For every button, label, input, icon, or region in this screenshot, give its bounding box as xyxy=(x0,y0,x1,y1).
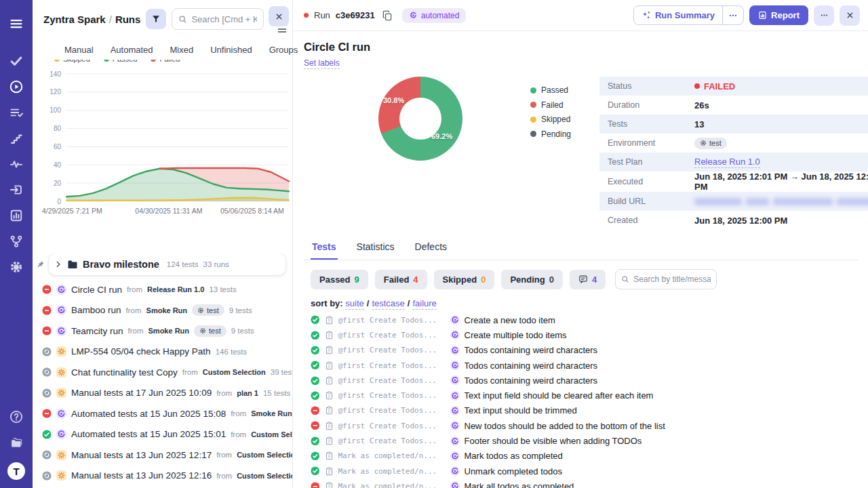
plans-list-check-icon[interactable] xyxy=(9,106,23,119)
pulse-activity-icon[interactable] xyxy=(9,157,23,171)
branch-icon[interactable] xyxy=(9,235,23,248)
more-actions-button[interactable] xyxy=(814,5,834,26)
run-list-item[interactable]: Manual tests at 13 Jun 2025 12:17 from C… xyxy=(33,445,292,466)
automated-icon xyxy=(450,466,460,476)
analytics-chart-icon[interactable] xyxy=(9,209,23,222)
sort-by-failure[interactable]: failure xyxy=(412,298,436,310)
sort-by-suite[interactable]: suite xyxy=(345,298,363,310)
breadcrumb: Zyntra Spark / Runs xyxy=(43,14,140,25)
run-summary-more-button[interactable] xyxy=(722,6,743,24)
test-suite: @first Create Todos... xyxy=(338,346,446,354)
tab-defects[interactable]: Defects xyxy=(414,241,448,260)
test-title: Text input field should be cleared after… xyxy=(465,390,654,401)
close-run-button[interactable] xyxy=(840,5,860,26)
left-tab-mixed[interactable]: Mixed xyxy=(170,45,194,55)
run-list-item[interactable]: Chat functinality test Copy from Custom … xyxy=(33,362,292,383)
chip-passed[interactable]: Passed9 xyxy=(311,270,368,289)
copy-icon[interactable] xyxy=(382,10,393,21)
run-status-icon xyxy=(42,471,52,481)
run-tests-count: 146 tests xyxy=(216,348,248,356)
test-list-item[interactable]: @first Create Todos... New todos should … xyxy=(311,418,859,433)
close-icon xyxy=(846,11,854,20)
tests-search-input[interactable] xyxy=(633,274,711,284)
test-list-item[interactable]: Mark as completed/n... Mark all todos as… xyxy=(311,479,859,488)
test-list-item[interactable]: @first Create Todos... Create multiple t… xyxy=(311,327,859,342)
test-list-item[interactable]: @first Create Todos... Text input should… xyxy=(311,403,859,418)
chip-failed[interactable]: Failed4 xyxy=(375,270,427,289)
test-list-item[interactable]: @first Create Todos... Create a new todo… xyxy=(311,312,859,327)
pending-dot-icon xyxy=(530,131,536,137)
close-panel-button[interactable] xyxy=(269,6,289,26)
run-list-item[interactable]: LMP-554 05/04 check Happy Path 146 tests xyxy=(33,342,292,363)
clipboard-icon xyxy=(325,436,334,445)
detail-label: Executed xyxy=(608,177,694,186)
chip-comments[interactable]: 4 xyxy=(570,270,606,289)
report-button[interactable]: Report xyxy=(749,5,808,25)
help-icon[interactable] xyxy=(9,410,23,424)
test-list-item[interactable]: @first Create Todos... Footer should be … xyxy=(311,433,859,448)
panel-resize-handle[interactable] xyxy=(278,28,286,33)
milestone-folder-row[interactable]: Bravo milestone 124 tests 33 runs xyxy=(49,253,285,275)
milestones-stairs-icon[interactable] xyxy=(9,131,23,145)
left-tab-automated[interactable]: Automated xyxy=(111,45,153,55)
run-list-item[interactable]: Circle CI run from Release Run 1.0 13 te… xyxy=(33,279,292,300)
svg-text:80: 80 xyxy=(54,125,62,132)
detail-row-status: StatusFAILED xyxy=(599,77,868,96)
skipped-dot-icon xyxy=(530,117,536,123)
chip-skipped[interactable]: Skipped0 xyxy=(434,270,495,289)
test-status-icon xyxy=(311,482,320,488)
test-status-icon xyxy=(311,315,320,325)
run-status-icon xyxy=(42,326,52,336)
run-list-item[interactable]: Teamcity run from Smoke Run test 9 tests xyxy=(33,321,292,342)
test-list-item[interactable]: Mark as completed/n... Mark todos as com… xyxy=(311,449,859,464)
run-from-label: from xyxy=(128,327,144,335)
left-tab-groups[interactable]: Groups xyxy=(269,45,298,55)
run-source: Custom Selection xyxy=(237,472,292,480)
run-status-icon xyxy=(42,450,52,460)
tests-check-icon[interactable] xyxy=(9,54,23,68)
filter-button[interactable] xyxy=(146,9,166,29)
detail-row-build-url: Build URL xyxy=(599,192,868,211)
test-list-item[interactable]: Mark as completed/n... Unmark completed … xyxy=(311,464,859,479)
chevron-right-icon[interactable] xyxy=(54,260,62,268)
global-search-input[interactable] xyxy=(191,14,257,24)
test-suite: @first Create Todos... xyxy=(338,406,446,415)
close-icon xyxy=(275,12,283,21)
run-summary-button[interactable]: Run Summary xyxy=(633,5,744,25)
run-list-item[interactable]: Manual tests at 13 Jun 2025 12:16 from C… xyxy=(33,466,292,487)
test-list-item[interactable]: @first Create Todos... Todos containing … xyxy=(311,358,859,373)
set-labels-link[interactable]: Set labels xyxy=(304,58,340,69)
automated-icon xyxy=(450,330,460,340)
app-logo[interactable]: T xyxy=(7,462,25,480)
left-tab-unfinished[interactable]: Unfinished xyxy=(210,45,252,55)
sort-by-testcase[interactable]: testcase xyxy=(372,298,404,310)
run-list-item[interactable]: Manual tests at 17 Jun 2025 10:09 from p… xyxy=(33,383,292,404)
test-status-icon xyxy=(311,346,320,355)
run-list-item[interactable]: Automated tests at 15 Jun 2025 15:01 fro… xyxy=(33,424,292,445)
tab-tests[interactable]: Tests xyxy=(311,241,338,260)
test-plan-link[interactable]: Release Run 1.0 xyxy=(694,157,760,168)
breadcrumb-project[interactable]: Zyntra Spark xyxy=(43,14,106,25)
left-tab-manual[interactable]: Manual xyxy=(64,45,94,55)
test-title: Create multiple todo items xyxy=(465,330,567,340)
ellipsis-icon xyxy=(728,11,738,20)
chip-pending[interactable]: Pending0 xyxy=(501,270,563,289)
projects-folder-icon[interactable] xyxy=(9,436,23,449)
settings-gear-icon[interactable] xyxy=(9,260,23,274)
passed-dot-icon xyxy=(530,87,536,94)
pin-icon[interactable] xyxy=(37,260,45,268)
test-list-item[interactable]: @first Create Todos... Todos containing … xyxy=(311,343,859,358)
test-suite: @first Create Todos... xyxy=(338,376,446,385)
run-list-item[interactable]: Automated tests at 15 Jun 2025 15:08 fro… xyxy=(33,403,292,424)
test-suite: @first Create Todos... xyxy=(338,316,446,325)
test-list-item[interactable]: @first Create Todos... Text input field … xyxy=(311,388,859,403)
tab-statistics[interactable]: Statistics xyxy=(355,241,396,260)
ellipsis-icon xyxy=(820,11,829,20)
import-icon[interactable] xyxy=(9,183,23,197)
run-list-item[interactable]: Bamboo run from Smoke Run test 9 tests xyxy=(33,300,292,321)
menu-icon[interactable] xyxy=(9,17,23,30)
detail-label: Duration xyxy=(608,100,694,110)
test-list-item[interactable]: @first Create Todos... Todos containing … xyxy=(311,373,859,388)
runs-play-icon[interactable] xyxy=(9,80,23,94)
breadcrumb-section[interactable]: Runs xyxy=(115,14,141,25)
